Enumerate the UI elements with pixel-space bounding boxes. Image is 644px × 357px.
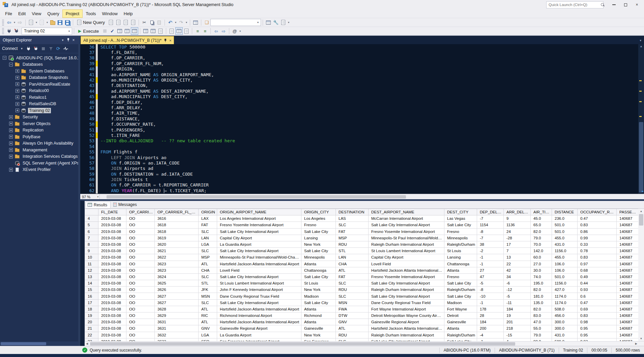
grid-cell[interactable]: 0.69 bbox=[578, 306, 617, 312]
grid-cell[interactable]: 3627 bbox=[155, 299, 199, 306]
grid-cell[interactable]: ATL bbox=[199, 319, 217, 325]
grid-cell[interactable]: Salt Lake City bbox=[301, 273, 336, 280]
grid-cell[interactable]: Raleigh Durham International Airport bbox=[369, 241, 444, 247]
grid-cell[interactable]: -1 bbox=[477, 254, 504, 261]
grid-cell[interactable]: Las Vegas bbox=[444, 215, 477, 222]
grid-cell[interactable]: 2019-03-08 bbox=[98, 299, 126, 306]
grid-cell[interactable]: 142.0 bbox=[531, 248, 552, 254]
grid-cell[interactable]: 2019-03-08 bbox=[98, 222, 126, 228]
grid-cell[interactable]: 0.47 bbox=[578, 215, 617, 222]
grid-cell[interactable]: OO bbox=[126, 332, 155, 338]
grid-cell[interactable]: 2019-03-08 bbox=[98, 306, 126, 312]
results-to-grid-icon[interactable] bbox=[175, 27, 183, 35]
tree-item-training-02[interactable]: +Training 02 bbox=[0, 107, 78, 114]
object-explorer-header[interactable]: Object Explorer ▾ × bbox=[0, 36, 78, 44]
grid-cell[interactable]: FAT bbox=[199, 222, 217, 228]
grid-cell[interactable]: -12 bbox=[504, 287, 531, 293]
change-connection-icon[interactable] bbox=[5, 27, 13, 35]
grid-cell[interactable]: MSN bbox=[336, 299, 369, 306]
grid-cell[interactable]: 2019-03-08 bbox=[98, 261, 126, 267]
grid-cell[interactable]: 0.49 bbox=[578, 273, 617, 280]
grid-cell[interactable]: Dane County Regional Truax Field bbox=[369, 299, 444, 306]
collapse-icon[interactable]: − bbox=[9, 63, 13, 66]
grid-cell[interactable]: 2019-03-08 bbox=[98, 273, 126, 280]
code-line-58[interactable]: 58 JOIN Airports ad bbox=[80, 166, 638, 171]
grid-cell[interactable]: 140687 bbox=[617, 273, 639, 280]
client-stats-icon[interactable] bbox=[157, 27, 164, 35]
code-line-44[interactable]: 44 ad.AIRPORT_NAME AS DEST_AIRPORT_NAME, bbox=[80, 88, 638, 94]
row-number-cell[interactable]: 16 bbox=[85, 293, 98, 299]
grid-cell[interactable]: Minneapolis-St Paul International/Wold-C… bbox=[369, 235, 444, 241]
grid-cell[interactable]: 1136 bbox=[504, 222, 531, 228]
solution-window-icon[interactable] bbox=[265, 19, 272, 26]
grid-cell[interactable]: Salt Lake City International Airport bbox=[369, 293, 444, 299]
column-header-destination[interactable]: DESTINATION bbox=[336, 209, 369, 215]
column-header-origin[interactable]: ORIGIN bbox=[199, 209, 217, 215]
grid-cell[interactable]: San Francisco bbox=[301, 338, 336, 341]
grid-cell[interactable]: 2019-03-08 bbox=[98, 293, 126, 299]
row-number-cell[interactable]: 23 bbox=[85, 338, 98, 341]
minimize-button[interactable] bbox=[608, 1, 620, 9]
grid-cell[interactable]: OO bbox=[126, 313, 155, 319]
refresh-icon[interactable]: ⟳ bbox=[55, 45, 62, 52]
grid-cell[interactable]: 47 bbox=[477, 273, 504, 280]
grid-cell[interactable]: GNV bbox=[199, 325, 217, 332]
grid-cell[interactable]: 2019-03-08 bbox=[98, 287, 126, 293]
quick-launch-input[interactable] bbox=[549, 3, 601, 7]
grid-cell[interactable]: 2019-03-08 bbox=[98, 228, 126, 235]
menu-help[interactable]: Help bbox=[121, 9, 136, 18]
grid-cell[interactable]: SLC bbox=[336, 338, 369, 341]
grid-cell[interactable]: LGA bbox=[199, 241, 217, 247]
add-item-icon[interactable] bbox=[38, 19, 46, 26]
tree-item-database-snapshots[interactable]: +Database Snapshots bbox=[0, 75, 78, 81]
grid-cell[interactable]: Gainesville Regional Airport bbox=[217, 325, 301, 332]
expand-icon[interactable]: + bbox=[9, 135, 13, 139]
code-line-53[interactable]: 53--INTO dbo.ALLJOINED -- ?? new table c… bbox=[80, 138, 638, 144]
grid-cell[interactable]: Fresno Yosemite International Airport bbox=[369, 273, 444, 280]
live-query-stats-icon[interactable] bbox=[149, 27, 157, 35]
grid-cell[interactable]: -1 bbox=[477, 338, 504, 341]
grid-cell[interactable]: 431.0 bbox=[552, 241, 578, 247]
grid-cell[interactable]: 140687 bbox=[617, 319, 639, 325]
panel-options-icon[interactable]: ▾ bbox=[60, 38, 65, 42]
tree-item-retailco00[interactable]: +Retailco00 bbox=[0, 88, 78, 94]
results-to-file-icon[interactable] bbox=[183, 27, 190, 35]
grid-cell[interactable]: Minneapolis-St Paul International/Wold-C… bbox=[217, 254, 301, 261]
grid-cell[interactable]: 3628 bbox=[155, 306, 199, 312]
grid-cell[interactable]: 90.0 bbox=[531, 338, 552, 341]
code-line-42[interactable]: 42 ao.MUNICIPALITY AS ORIGIN_CITY, bbox=[80, 77, 638, 83]
code-line-38[interactable]: 38 f.OP_CARRIER, bbox=[80, 55, 638, 61]
grid-cell[interactable]: 3625 bbox=[155, 280, 199, 287]
row-number-cell[interactable]: 18 bbox=[85, 306, 98, 312]
code-line-59[interactable]: 59 ON f.DESTINATION = ad.IATA_CODE bbox=[80, 171, 638, 177]
wrench-icon[interactable]: 🔧 bbox=[272, 19, 280, 26]
new-query-button[interactable]: New Query bbox=[75, 19, 107, 26]
column-header-fl_date[interactable]: FL_DATE bbox=[98, 209, 126, 215]
grid-cell[interactable]: Madison bbox=[301, 293, 336, 299]
grid-cell[interactable]: Capital City Airport bbox=[369, 254, 444, 261]
comment-icon[interactable]: ≡ bbox=[194, 27, 201, 35]
grid-cell[interactable]: 2019-03-08 bbox=[98, 267, 126, 273]
grid-cell[interactable]: FWA bbox=[336, 306, 369, 312]
tree-item-retailco1[interactable]: +Retailco1 bbox=[0, 94, 78, 101]
grid-cell[interactable]: STL bbox=[199, 280, 217, 287]
code-line-51[interactable]: 51 t.PASSENGERS, bbox=[80, 127, 638, 132]
grid-cell[interactable]: 3623 bbox=[155, 261, 199, 267]
grid-cell[interactable]: Atlanta bbox=[444, 325, 477, 332]
grid-cell[interactable]: La Guardia Airport bbox=[217, 332, 301, 338]
grid-cell[interactable]: -10 bbox=[477, 293, 504, 299]
results-to-text-icon[interactable] bbox=[168, 27, 175, 35]
grid-cell[interactable]: 82.0 bbox=[531, 228, 552, 235]
grid-cell[interactable]: 140687 bbox=[617, 313, 639, 319]
xmla-query-icon[interactable] bbox=[122, 19, 129, 26]
grid-cell[interactable]: 79.0 bbox=[531, 235, 552, 241]
expand-icon[interactable]: + bbox=[16, 102, 19, 106]
grid-cell[interactable]: St Louis bbox=[301, 280, 336, 287]
row-number-cell[interactable]: 22 bbox=[85, 332, 98, 338]
grid-cell[interactable]: 501.0 bbox=[552, 228, 578, 235]
grid-cell[interactable]: 0.68 bbox=[578, 267, 617, 273]
grid-cell[interactable]: Atlanta bbox=[301, 306, 336, 312]
grid-cell[interactable]: 65.0 bbox=[531, 222, 552, 228]
grid-cell[interactable]: MSN bbox=[199, 293, 217, 299]
sqlcmd-mode-icon[interactable]: @ bbox=[231, 27, 238, 35]
